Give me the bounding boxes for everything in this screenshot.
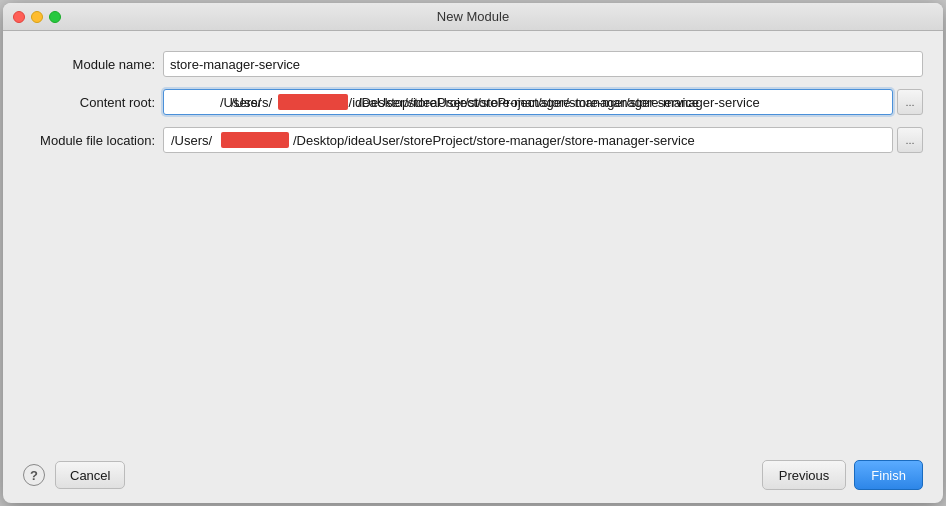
- title-bar: New Module: [3, 3, 943, 31]
- cancel-button[interactable]: Cancel: [55, 461, 125, 489]
- module-name-label: Module name:: [23, 57, 163, 72]
- content-root-browse-button[interactable]: ...: [897, 89, 923, 115]
- footer-left: ? Cancel: [23, 461, 125, 489]
- module-file-location-input-wrapper: /Users/ /Desktop/ideaUser/storeProject/s…: [163, 127, 923, 153]
- module-file-location-input[interactable]: [163, 127, 893, 153]
- minimize-button[interactable]: [31, 11, 43, 23]
- module-name-row: Module name:: [23, 51, 923, 77]
- footer-right: Previous Finish: [762, 460, 923, 490]
- content-root-input[interactable]: [163, 89, 893, 115]
- module-name-input[interactable]: [163, 51, 923, 77]
- content-root-label: Content root:: [23, 95, 163, 110]
- new-module-dialog: New Module Module name: Content root: /U…: [3, 3, 943, 503]
- finish-button[interactable]: Finish: [854, 460, 923, 490]
- previous-button[interactable]: Previous: [762, 460, 847, 490]
- form-content: Module name: Content root: /Users/ /Desk…: [3, 31, 943, 447]
- close-button[interactable]: [13, 11, 25, 23]
- maximize-button[interactable]: [49, 11, 61, 23]
- module-name-input-wrapper: [163, 51, 923, 77]
- content-root-row: Content root: /Users/ /Desktop/ideaUser/…: [23, 89, 923, 115]
- module-file-location-browse-button[interactable]: ...: [897, 127, 923, 153]
- dialog-footer: ? Cancel Previous Finish: [3, 447, 943, 503]
- window-title: New Module: [437, 9, 509, 24]
- window-controls: [13, 11, 61, 23]
- module-file-location-row: Module file location: /Users/ /Desktop/i…: [23, 127, 923, 153]
- help-button[interactable]: ?: [23, 464, 45, 486]
- content-root-input-wrapper: /Users/ /Desktop/ideaUser/storeProject/s…: [163, 89, 923, 115]
- module-file-location-label: Module file location:: [23, 133, 163, 148]
